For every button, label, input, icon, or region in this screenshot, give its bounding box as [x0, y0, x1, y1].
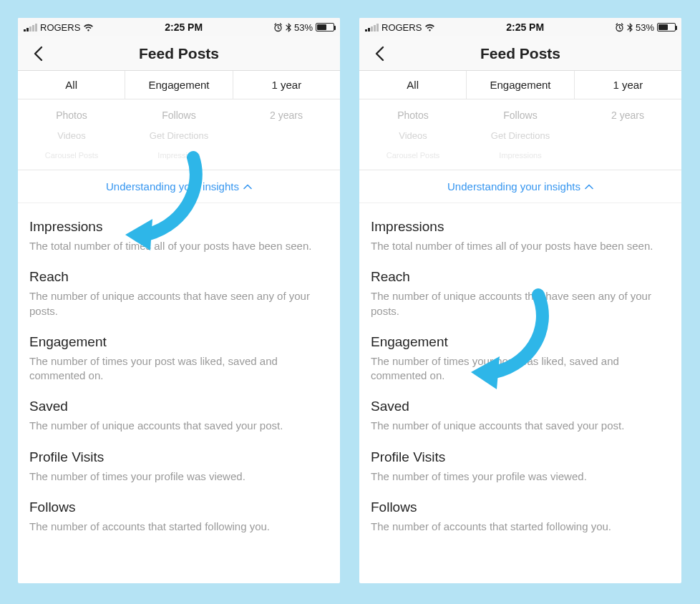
battery-pct: 53% — [294, 22, 313, 33]
definition-reach: Reach The number of unique accounts that… — [29, 269, 329, 318]
definition-title: Profile Visits — [29, 449, 329, 465]
status-time: 2:25 PM — [165, 21, 203, 33]
filter-metric[interactable]: Engagement — [466, 71, 573, 99]
status-left: ROGERS — [365, 22, 435, 33]
back-button[interactable] — [24, 36, 52, 70]
alarm-icon — [615, 23, 624, 32]
definition-title: Saved — [29, 399, 329, 414]
alarm-icon — [273, 23, 283, 32]
definition-profile-visits: Profile Visits The number of times your … — [371, 449, 670, 484]
status-bar: ROGERS 2:25 PM 53% — [359, 18, 681, 36]
definition-desc: The number of accounts that started foll… — [29, 520, 329, 534]
definition-engagement: Engagement The number of times your post… — [371, 334, 670, 384]
filter-type[interactable]: All — [359, 71, 466, 99]
signal-icon — [24, 24, 37, 31]
definition-desc: The total number of times all of your po… — [371, 239, 670, 253]
definition-desc: The total number of times all of your po… — [29, 239, 329, 253]
picker-option[interactable]: Photos — [18, 105, 125, 125]
definition-follows: Follows The number of accounts that star… — [29, 500, 329, 534]
page-title: Feed Posts — [480, 45, 560, 62]
definition-desc: The number of accounts that started foll… — [371, 520, 670, 534]
phone-screenshot-right: ROGERS 2:25 PM 53% Feed Posts — [359, 18, 681, 583]
picker-option[interactable] — [233, 145, 340, 165]
definition-title: Engagement — [29, 334, 329, 350]
definition-desc: The number of unique accounts that saved… — [29, 419, 329, 433]
definition-desc: The number of unique accounts that have … — [371, 289, 670, 318]
definition-title: Follows — [29, 500, 329, 515]
insights-toggle-label: Understanding your insights — [447, 180, 580, 193]
filter-picker[interactable]: Photos Follows 2 years Videos Get Direct… — [359, 99, 681, 170]
picker-option[interactable]: 2 years — [233, 105, 340, 125]
definition-desc: The number of times your post was liked,… — [371, 354, 670, 384]
definitions-list: Impressions The total number of times al… — [359, 203, 681, 534]
chevron-up-icon — [585, 184, 593, 190]
definition-desc: The number of times your profile was vie… — [29, 469, 329, 484]
chevron-up-icon — [243, 184, 252, 190]
picker-option[interactable]: Impressions — [125, 145, 233, 165]
insights-toggle[interactable]: Understanding your insights — [359, 170, 681, 203]
battery-pct: 53% — [636, 22, 654, 33]
picker-option[interactable]: Impressions — [467, 145, 574, 165]
definition-saved: Saved The number of unique accounts that… — [371, 399, 670, 433]
bluetooth-icon — [286, 23, 291, 32]
picker-option[interactable]: Videos — [359, 125, 467, 145]
signal-icon — [365, 24, 379, 31]
status-right: 53% — [273, 22, 334, 33]
picker-option[interactable]: Videos — [18, 125, 125, 145]
phone-screenshot-left: ROGERS 2:25 PM 53% Feed Posts — [18, 18, 340, 583]
filter-row: All Engagement 1 year — [359, 71, 681, 99]
bluetooth-icon — [627, 23, 633, 32]
picker-option[interactable] — [233, 125, 340, 145]
page-title: Feed Posts — [139, 45, 219, 62]
wifi-icon — [424, 24, 435, 31]
filter-period[interactable]: 1 year — [233, 71, 340, 99]
definition-desc: The number of times your post was liked,… — [29, 354, 329, 384]
definition-title: Impressions — [29, 219, 329, 235]
insights-toggle[interactable]: Understanding your insights — [18, 170, 340, 203]
filter-period[interactable]: 1 year — [574, 71, 681, 99]
definition-impressions: Impressions The total number of times al… — [371, 219, 670, 253]
back-button[interactable] — [365, 36, 394, 70]
nav-header: Feed Posts — [359, 36, 681, 71]
definition-title: Follows — [371, 500, 670, 515]
filter-row: All Engagement 1 year — [18, 71, 340, 99]
definition-profile-visits: Profile Visits The number of times your … — [29, 449, 329, 484]
filter-type[interactable]: All — [18, 71, 125, 99]
filter-metric[interactable]: Engagement — [125, 71, 232, 99]
status-left: ROGERS — [24, 22, 94, 33]
definition-title: Profile Visits — [371, 449, 670, 465]
definition-engagement: Engagement The number of times your post… — [29, 334, 329, 384]
picker-option[interactable]: Follows — [125, 105, 233, 125]
status-bar: ROGERS 2:25 PM 53% — [18, 18, 340, 36]
picker-option[interactable]: Carousel Posts — [359, 145, 467, 165]
carrier-label: ROGERS — [40, 22, 80, 33]
picker-option[interactable] — [574, 125, 681, 145]
battery-icon — [657, 23, 676, 31]
picker-option[interactable]: Carousel Posts — [18, 145, 125, 165]
definitions-list: Impressions The total number of times al… — [18, 203, 340, 534]
picker-option[interactable] — [574, 145, 681, 165]
battery-icon — [316, 23, 334, 31]
definition-follows: Follows The number of accounts that star… — [371, 500, 670, 534]
picker-option[interactable]: Get Directions — [467, 125, 574, 145]
chevron-left-icon — [33, 46, 44, 62]
definition-title: Reach — [29, 269, 329, 285]
definition-desc: The number of times your profile was vie… — [371, 469, 670, 484]
definition-saved: Saved The number of unique accounts that… — [29, 399, 329, 433]
definition-title: Saved — [371, 399, 670, 414]
picker-option[interactable]: Photos — [359, 105, 467, 125]
filter-picker[interactable]: Photos Follows 2 years Videos Get Direct… — [18, 99, 340, 170]
insights-toggle-label: Understanding your insights — [106, 180, 239, 193]
picker-option[interactable]: 2 years — [574, 105, 681, 125]
status-time: 2:25 PM — [506, 21, 544, 33]
picker-option[interactable]: Follows — [467, 105, 574, 125]
canvas: ROGERS 2:25 PM 53% Feed Posts — [0, 0, 700, 604]
definition-desc: The number of unique accounts that saved… — [371, 419, 670, 433]
definition-desc: The number of unique accounts that have … — [29, 289, 329, 318]
definition-title: Reach — [371, 269, 670, 285]
definition-reach: Reach The number of unique accounts that… — [371, 269, 670, 318]
status-right: 53% — [615, 22, 676, 33]
definition-impressions: Impressions The total number of times al… — [29, 219, 329, 253]
definition-title: Impressions — [371, 219, 670, 235]
picker-option[interactable]: Get Directions — [125, 125, 233, 145]
